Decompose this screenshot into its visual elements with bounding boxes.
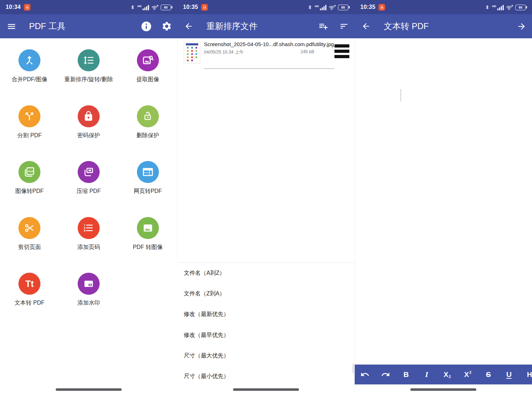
add-files-icon[interactable] — [316, 18, 331, 34]
tool-reorder-rotate-delete[interactable]: 重新排序/旋转/删除 — [59, 49, 118, 105]
heading-icon[interactable]: H — [519, 365, 532, 384]
hd-label: HD — [137, 5, 142, 8]
tool-label: 网页转PDF — [134, 188, 162, 195]
sort-option[interactable]: 文件名（Z到A） — [177, 283, 355, 304]
sort-bottom-sheet: 文件名（A到Z）文件名（Z到A）修改（最新优先）修改（最早优先）尺寸（最大优先）… — [177, 262, 355, 394]
status-icons: HD85 — [307, 4, 350, 10]
pdfdoc-icon: PDF — [18, 161, 40, 183]
subscript-icon[interactable]: X2 — [437, 365, 458, 384]
drag-handle-icon[interactable] — [334, 44, 349, 64]
tool-remove-protection[interactable]: 删除保护 — [118, 105, 177, 161]
scissors-icon — [18, 217, 40, 239]
format-toolbar: BIX2X2SUH — [355, 365, 532, 384]
signal-icon — [497, 5, 504, 10]
tool-label: PDF 转图像 — [133, 244, 162, 251]
text-cursor — [400, 89, 401, 101]
tool-label: 文本转 PDF — [15, 299, 44, 307]
tool-pdf-to-image[interactable]: PDF 转图像 — [118, 217, 177, 273]
battery-level: 85 — [519, 5, 522, 9]
numlist-icon — [78, 217, 100, 239]
screen-pdf-tools: 10:34 HD85 PDF 工具 合并PDF/图像重新排序/旋转/删除提取图像… — [0, 0, 177, 394]
clock: 10:35 — [183, 4, 198, 10]
clock: 10:34 — [6, 4, 21, 10]
wifi-icon — [506, 5, 513, 10]
signal-icon — [143, 5, 149, 10]
sort-options: 文件名（A到Z）文件名（Z到A）修改（最新优先）修改（最早优先）尺寸（最大优先）… — [177, 263, 355, 387]
tool-web-to-pdf[interactable]: 网页转PDF — [118, 161, 177, 217]
undo-icon[interactable] — [355, 365, 375, 384]
text-editor-area[interactable] — [355, 38, 532, 365]
redo-icon[interactable] — [375, 365, 396, 384]
tool-label: 合并PDF/图像 — [12, 76, 47, 83]
merge-icon — [18, 49, 40, 71]
bluetooth-icon — [130, 4, 135, 10]
superscript-icon[interactable]: X2 — [458, 365, 478, 384]
sort-option[interactable]: 文件名（A到Z） — [177, 263, 355, 283]
layers-icon — [78, 161, 100, 183]
gear-icon[interactable] — [159, 18, 174, 34]
gesture-nav-handle[interactable] — [233, 388, 299, 391]
sort-option[interactable]: 尺寸（最小优先） — [177, 366, 355, 387]
wifi-icon — [329, 5, 336, 10]
tool-image-to-pdf[interactable]: PDF图像转PDF — [0, 161, 59, 217]
sort-icon[interactable] — [336, 18, 352, 34]
battery-level: 85 — [164, 5, 168, 9]
notification-app-icon — [201, 4, 208, 11]
linespacing-icon — [78, 49, 100, 71]
lock-icon — [78, 105, 100, 127]
tool-add-page-numbers[interactable]: 添加页码 — [59, 217, 118, 273]
tool-label: 密码保护 — [77, 132, 100, 139]
sort-option[interactable]: 修改（最新优先） — [177, 304, 355, 325]
underline-icon[interactable]: U — [499, 365, 519, 384]
tool-extract-images[interactable]: 提取图像 — [118, 49, 177, 105]
bluetooth-icon — [307, 4, 312, 10]
tool-add-watermark[interactable]: 添加水印 — [59, 273, 118, 329]
image-icon — [137, 217, 159, 239]
status-icons: HD85 — [485, 4, 527, 10]
sort-option[interactable]: 修改（最早优先） — [177, 325, 355, 345]
menu-icon[interactable] — [4, 18, 19, 34]
hd-label: HD — [315, 5, 319, 8]
tool-text-to-pdf[interactable]: Tt文本转 PDF — [0, 273, 59, 329]
app-bar: 重新排序文件 — [177, 14, 355, 38]
triple-screenshot-canvas: 10:34 HD85 PDF 工具 合并PDF/图像重新排序/旋转/删除提取图像… — [0, 0, 532, 394]
bluetooth-icon — [485, 4, 490, 10]
page-title: PDF 工具 — [29, 21, 66, 32]
tool-compress-pdf[interactable]: 压缩 PDF — [59, 161, 118, 217]
wifi-icon — [151, 5, 159, 10]
back-arrow-icon[interactable] — [181, 18, 196, 34]
sort-option[interactable]: 尺寸（最大优先） — [177, 345, 355, 366]
battery-icon: 85 — [161, 5, 172, 10]
tool-label: 图像转PDF — [15, 188, 44, 195]
bold-icon[interactable]: B — [396, 365, 416, 384]
split-icon — [18, 105, 40, 127]
strikethrough-icon[interactable]: S — [478, 365, 499, 384]
info-icon[interactable] — [138, 18, 154, 34]
signal-icon — [320, 5, 327, 10]
battery-level: 85 — [341, 5, 345, 9]
gesture-nav-handle[interactable] — [410, 388, 476, 391]
file-list-item[interactable]: Screenshot_2025-04-05-10...df.shash.com.… — [177, 41, 355, 64]
web-icon — [137, 161, 159, 183]
watermark-icon — [78, 273, 100, 295]
status-bar: 10:35 HD85 — [177, 0, 355, 14]
forward-arrow-icon[interactable] — [514, 18, 529, 34]
app-bar: PDF 工具 — [0, 14, 177, 38]
hd-label: HD — [492, 5, 496, 8]
file-thumbnail — [184, 42, 200, 64]
status-icons: HD85 — [130, 4, 172, 10]
back-arrow-icon[interactable] — [358, 18, 374, 34]
file-thumbnail-grid — [184, 45, 200, 63]
screen-text-to-pdf: 10:35 HD85 文本转 PDF BIX2X2SUH — [355, 0, 532, 394]
scrollbar-thumb[interactable] — [353, 364, 354, 373]
tool-label: 分割 PDF — [17, 132, 41, 139]
tool-password-protect[interactable]: 密码保护 — [59, 105, 118, 161]
screen-reorder-files: 10:35 HD85 重新排序文件 Screenshot_2025-04-05-… — [177, 0, 355, 394]
tool-split-pdf[interactable]: 分割 PDF — [0, 105, 59, 161]
battery-icon: 85 — [338, 5, 350, 10]
gesture-nav-handle[interactable] — [56, 388, 122, 391]
page-title: 重新排序文件 — [206, 21, 257, 32]
italic-icon[interactable]: I — [416, 365, 437, 384]
tool-merge-pdf-image[interactable]: 合并PDF/图像 — [0, 49, 59, 105]
tool-cut-pages[interactable]: 剪切页面 — [0, 217, 59, 273]
